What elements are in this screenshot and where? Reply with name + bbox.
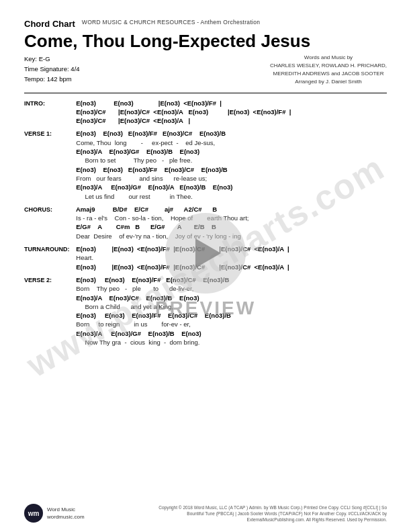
lyric-line: Born Thy peo - ple to de-liv-er, — [73, 284, 387, 293]
key-label: Key: E-G — [24, 54, 80, 64]
lyric-line: Dear Desire of ev-'ry na - tion, Joy of … — [73, 232, 387, 240]
chord-line: E(no3) E(no3) E(no3)/F# E(no3)/C# E(no3)… — [73, 311, 387, 320]
chord-line: E(no3)/C# |E(no3)/C# <E(no3)/A E(no3) |E… — [73, 107, 387, 116]
brand-line2: wordmusic.com — [47, 513, 85, 521]
section-verse2: VERSE 2: E(no3) E(no3) E(no3)/F# E(no3)/… — [24, 275, 387, 347]
header-top: Chord Chart WORD MUSIC & CHURCH RESOURCE… — [24, 19, 387, 29]
divider — [24, 93, 387, 93]
chord-chart-label: Chord Chart — [24, 19, 75, 29]
lyric-line: From our fears and sins re-lease us; — [73, 174, 387, 183]
footer-copyright: Copyright © 2018 Word Music, LLC (A TCAP… — [158, 504, 387, 523]
credits: Words and Music by CHARLES WESLEY, ROWLA… — [270, 54, 387, 78]
lyric-line: Born to reign in us for-ev - er, — [73, 320, 387, 328]
lyric-line: Born a Child and yet a King, — [73, 302, 387, 311]
chord-line: E(no3)/A E(no3)/C# E(no3)/B E(no3) — [73, 294, 387, 302]
lyric-line: Heart. — [73, 253, 387, 262]
section-label: VERSE 1: — [24, 129, 73, 200]
section-content: E(no3) E(no3) E(no3)/F# E(no3)/C# E(no3)… — [73, 275, 387, 347]
chord-line: E(no3) E(no3) |E(no3) <E(no3)/F# | — [73, 99, 387, 107]
chord-line: E(no3)/C# |E(no3)/C# <E(no3)/A | — [73, 116, 387, 125]
section-chorus: CHORUS: Amaj9 B/D# E/C# aj# A2/C# B Is -… — [24, 205, 387, 240]
chord-line: E/G# A C#m B E/G# A E/B B — [73, 222, 387, 231]
lyric-line: Born to set Thy peo - ple free. — [73, 156, 387, 165]
section-intro: INTRO: E(no3) E(no3) |E(no3) <E(no3)/F# … — [24, 99, 387, 126]
meta-right: Words and Music by CHARLES WESLEY, ROWLA… — [270, 54, 387, 86]
chord-line: E(no3) E(no3) E(no3)/F# E(no3)/C# E(no3)… — [73, 275, 387, 284]
section-turnaround: TURNAROUND: E(no3) |E(no3) <E(no3)/F# |E… — [24, 245, 387, 271]
sections-container: INTRO: E(no3) E(no3) |E(no3) <E(no3)/F# … — [24, 99, 387, 347]
meta-left: Key: E-G Time Signature: 4/4 Tempo: 142 … — [24, 54, 80, 85]
tempo-label: Tempo: 142 bpm — [24, 74, 80, 84]
word-music-line: WORD MUSIC & CHURCH RESOURCES - Anthem O… — [82, 19, 260, 26]
lyric-line: Is - ra - el's Con - so-la - tion, Hope … — [73, 214, 387, 222]
song-title: Come, Thou Long-Expected Jesus — [24, 32, 387, 51]
chord-line: E(no3) |E(no3) <E(no3)/F# |E(no3)/C# |E(… — [73, 245, 387, 253]
section-label: CHORUS: — [24, 205, 73, 240]
lyric-line: Let us find our rest in Thee. — [73, 192, 387, 201]
section-content: E(no3) E(no3) E(no3)/F# E(no3)/C# E(no3)… — [73, 129, 387, 200]
lyric-line: Now Thy gra - cious king - dom bring. — [73, 338, 387, 347]
brand-line1: Word Music — [47, 506, 85, 513]
chord-line: Amaj9 B/D# E/C# aj# A2/C# B — [73, 205, 387, 214]
section-verse1: VERSE 1: E(no3) E(no3) E(no3)/F# E(no3)/… — [24, 129, 387, 200]
chord-line: E(no3)/A E(no3)/G# E(no3)/B E(no3) — [73, 329, 387, 338]
section-label: VERSE 2: — [24, 275, 73, 347]
logo-text: wm — [28, 510, 40, 517]
section-content: E(no3) |E(no3) <E(no3)/F# |E(no3)/C# |E(… — [73, 245, 387, 271]
section-content: E(no3) E(no3) |E(no3) <E(no3)/F# | E(no3… — [73, 99, 387, 126]
section-label: INTRO: — [24, 99, 73, 126]
section-content: Amaj9 B/D# E/C# aj# A2/C# B Is - ra - el… — [73, 205, 387, 240]
chord-line: E(no3) |E(no3) <E(no3)/F# |E(no3)/C# |E(… — [73, 263, 387, 271]
footer: wm Word Music wordmusic.com Copyright © … — [24, 504, 387, 523]
footer-logo: wm Word Music wordmusic.com — [24, 504, 85, 523]
chord-line: E(no3)/A E(no3)/G# E(no3)/A E(no3)/B E(n… — [73, 183, 387, 191]
time-sig-label: Time Signature: 4/4 — [24, 64, 80, 74]
footer-brand: Word Music wordmusic.com — [47, 506, 85, 521]
page: Chord Chart WORD MUSIC & CHURCH RESOURCE… — [0, 0, 411, 532]
chord-line: E(no3)/A E(no3)/G# E(no3)/B E(no3) — [73, 147, 387, 156]
meta-row: Key: E-G Time Signature: 4/4 Tempo: 142 … — [24, 54, 387, 86]
lyric-line: Come, Thou long - ex-pect - ed Je-sus, — [73, 138, 387, 147]
section-label: TURNAROUND: — [24, 245, 73, 271]
chord-line: E(no3) E(no3) E(no3)/F# E(no3)/C# E(no3)… — [73, 165, 387, 174]
chord-line: E(no3) E(no3) E(no3)/F# E(no3)/C# E(no3)… — [73, 129, 387, 138]
word-music-logo: wm — [24, 504, 43, 523]
arranged-by: Arranged by J. Daniel Smith — [270, 78, 387, 86]
